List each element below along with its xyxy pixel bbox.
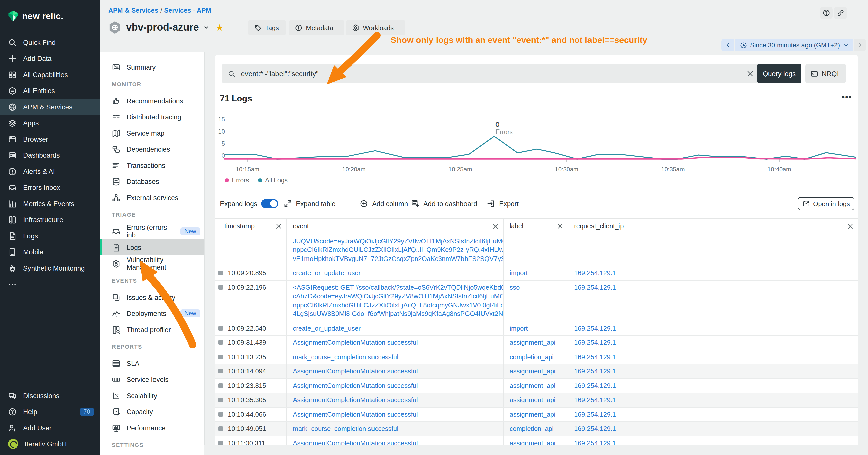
- event-link[interactable]: vE1moHpkhokTVBvguN7_72JtGzGsqxZpn2OaKc3n…: [293, 254, 499, 263]
- tags-button[interactable]: Tags: [248, 20, 286, 35]
- time-back-button[interactable]: [721, 39, 735, 52]
- event-link[interactable]: create_or_update_user: [293, 268, 499, 278]
- open-in-logs-button[interactable]: Open in logs: [798, 197, 855, 210]
- event-link[interactable]: <ASGIRequest: GET '/sso/callback/?state=…: [293, 283, 499, 292]
- sidebar-item-quick-find[interactable]: Quick Find: [0, 34, 100, 51]
- row-checkbox[interactable]: [218, 270, 223, 275]
- secondary-item-databases[interactable]: Databases: [100, 173, 204, 190]
- secondary-item-recommendations[interactable]: Recommendations: [100, 93, 204, 109]
- sidebar-item-more[interactable]: [0, 276, 100, 292]
- row-checkbox[interactable]: [218, 397, 223, 402]
- sidebar-item-browser[interactable]: Browser: [0, 131, 100, 147]
- ip-link[interactable]: 169.254.129.1: [574, 324, 616, 332]
- column-header-request_client_ip[interactable]: request_client_ip: [568, 219, 858, 233]
- table-row[interactable]: 10:09:31.439AssignmentCompletionMutation…: [215, 335, 858, 350]
- label-link[interactable]: sso: [509, 284, 520, 291]
- nrql-button[interactable]: NRQL: [806, 64, 846, 83]
- favorite-star-icon[interactable]: ★: [216, 22, 223, 33]
- table-row[interactable]: 10:09:22.540create_or_update_userimport1…: [215, 321, 858, 335]
- clear-query-button[interactable]: [746, 69, 755, 78]
- ip-link[interactable]: 169.254.129.1: [574, 269, 616, 277]
- secondary-item-transactions[interactable]: Transactions: [100, 157, 204, 173]
- log-search-bar[interactable]: event:* -"label":"security": [222, 64, 761, 83]
- ip-link[interactable]: 169.254.129.1: [574, 338, 616, 346]
- row-checkbox[interactable]: [218, 355, 223, 359]
- row-checkbox[interactable]: [218, 383, 223, 388]
- row-checkbox[interactable]: [218, 340, 223, 345]
- sidebar-item-help[interactable]: Help70: [0, 403, 100, 420]
- secondary-item-performance[interactable]: Performance: [100, 420, 204, 436]
- add-to-dashboard-button[interactable]: Add to dashboard: [411, 197, 477, 210]
- legend-item-errors[interactable]: Errors: [225, 177, 249, 184]
- table-row[interactable]: 10:10:23.815AssignmentCompletionMutation…: [215, 379, 858, 393]
- sidebar-item-all-entities[interactable]: All Entities: [0, 83, 100, 99]
- remove-column-button[interactable]: [847, 223, 854, 230]
- table-row[interactable]: 10:10:44.066AssignmentCompletionMutation…: [215, 408, 858, 422]
- event-link[interactable]: nppcCI6IkRlZmxhdGUiLCJzZXIiOiIxLjAifQ..L…: [293, 300, 499, 310]
- sidebar-item-logs[interactable]: Logs: [0, 228, 100, 244]
- ip-link[interactable]: 169.254.129.1: [574, 353, 616, 360]
- secondary-item-external-services[interactable]: External services: [100, 190, 204, 205]
- expand-logs-toggle[interactable]: [261, 199, 279, 208]
- label-link[interactable]: assignment_api: [509, 367, 556, 375]
- secondary-item-scalability[interactable]: Scalability: [100, 388, 204, 403]
- sidebar-item-errors-inbox[interactable]: Errors Inbox: [0, 180, 100, 195]
- column-header-timestamp[interactable]: timestamp: [215, 219, 287, 233]
- ip-link[interactable]: 169.254.129.1: [574, 425, 616, 432]
- help-button[interactable]: [820, 6, 833, 19]
- query-logs-button[interactable]: Query logs: [757, 64, 802, 83]
- secondary-item-service-map[interactable]: Service map: [100, 125, 204, 141]
- sidebar-item-iterativ-gmbh[interactable]: Iterativ GmbH: [0, 436, 100, 452]
- row-checkbox[interactable]: [218, 285, 223, 290]
- table-row[interactable]: 10:10:14.094AssignmentCompletionMutation…: [215, 364, 858, 379]
- label-link[interactable]: import: [509, 269, 528, 277]
- entity-chevron-down-icon[interactable]: [204, 25, 210, 31]
- sidebar-item-all-capabilities[interactable]: All Capabilities: [0, 66, 100, 83]
- secondary-item-summary[interactable]: Summary: [100, 59, 204, 75]
- event-link[interactable]: mark_course_completion successful: [293, 353, 499, 361]
- breadcrumb-link-services-apm[interactable]: Services - APM: [164, 6, 211, 14]
- ip-link[interactable]: 169.254.129.1: [574, 396, 616, 403]
- remove-column-button[interactable]: [275, 223, 282, 230]
- table-row[interactable]: JUQVU&code=eyJraWQiOiJjcGltY29yZV8wOTI1M…: [215, 234, 858, 266]
- remove-column-button[interactable]: [557, 223, 563, 230]
- table-row[interactable]: 10:09:20.895create_or_update_userimport1…: [215, 266, 858, 281]
- sidebar-item-metrics-events[interactable]: Metrics & Events: [0, 195, 100, 212]
- log-query-input[interactable]: event:* -"label":"security": [241, 69, 741, 77]
- event-link[interactable]: AssignmentCompletionMutation successful: [293, 410, 499, 419]
- row-checkbox[interactable]: [218, 441, 223, 445]
- legend-item-all-logs[interactable]: All Logs: [258, 177, 287, 184]
- secondary-item-deployments[interactable]: DeploymentsNew: [100, 305, 204, 322]
- sidebar-item-apps[interactable]: Apps: [0, 115, 100, 131]
- table-row[interactable]: 10:10:13.235mark_course_completion succe…: [215, 350, 858, 364]
- add-column-button[interactable]: Add column: [360, 197, 408, 210]
- label-link[interactable]: assignment_api: [509, 338, 556, 346]
- event-link[interactable]: AssignmentCompletionMutation successful: [293, 395, 499, 404]
- time-forward-button[interactable]: [855, 39, 866, 52]
- panel-overflow-menu[interactable]: •••: [839, 92, 855, 102]
- ip-link[interactable]: 169.254.129.1: [574, 367, 616, 375]
- expand-table-button[interactable]: Expand table: [284, 197, 336, 210]
- ip-link[interactable]: 169.254.129.1: [574, 284, 616, 291]
- metadata-button[interactable]: Metadata: [289, 20, 344, 35]
- secondary-item-capacity[interactable]: Capacity: [100, 403, 204, 420]
- export-button[interactable]: Export: [487, 197, 519, 210]
- row-checkbox[interactable]: [218, 426, 223, 431]
- table-row[interactable]: 10:10:35.305AssignmentCompletionMutation…: [215, 393, 858, 408]
- event-link[interactable]: nppcCI6IkRlZmxhdGUiLCJzZXIiOiIxLjAifQ..I…: [293, 246, 499, 254]
- secondary-item-errors-errors-inb-[interactable]: Errors (errors inb...New: [100, 223, 204, 239]
- column-header-event[interactable]: event: [287, 219, 503, 233]
- event-link[interactable]: cAh7D&code=eyJraWQiOiJjcGltY29yZV8wOTI1M…: [293, 292, 499, 300]
- event-link[interactable]: 4LgSjsuUW8B0Mi8-Gdo_f6ofWhjpatNs9jaMs9qK…: [293, 310, 499, 318]
- label-link[interactable]: import: [509, 324, 528, 332]
- ip-link[interactable]: 169.254.129.1: [574, 382, 616, 389]
- time-range-button[interactable]: Since 30 minutes ago (GMT+2): [736, 39, 854, 52]
- permalink-button[interactable]: [834, 6, 847, 19]
- sidebar-item-infrastructure[interactable]: Infrastructure: [0, 212, 100, 228]
- secondary-item-dependencies[interactable]: Dependencies: [100, 141, 204, 157]
- row-checkbox[interactable]: [218, 326, 223, 330]
- sidebar-item-mobile[interactable]: Mobile: [0, 244, 100, 260]
- breadcrumb-link-apm-services[interactable]: APM & Services: [108, 6, 158, 14]
- new-relic-logo[interactable]: new relic.: [7, 10, 63, 22]
- ip-link[interactable]: 169.254.129.1: [574, 411, 616, 418]
